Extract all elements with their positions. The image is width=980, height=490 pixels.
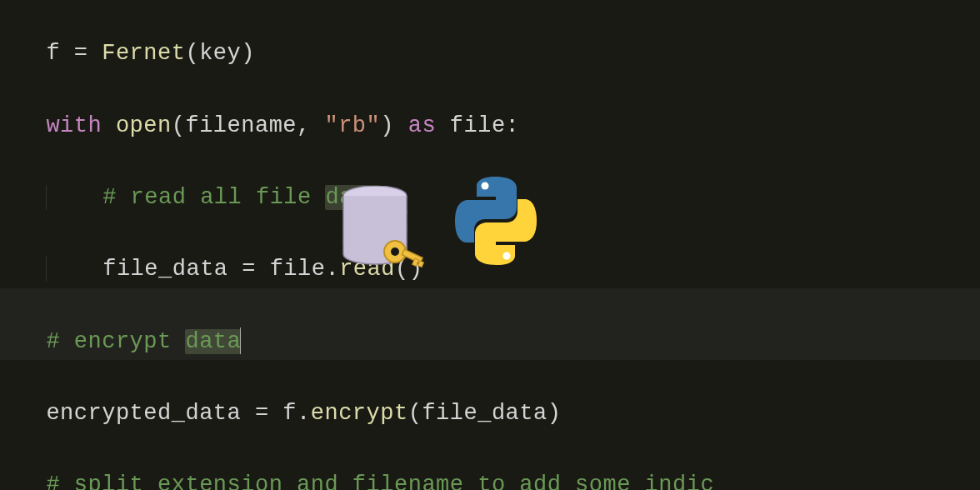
text-cursor [240,328,241,354]
var-filedata: file_data [102,257,228,282]
arg-filename: filename [185,113,297,138]
assign-op: = [228,257,270,282]
keyword-with: with [46,113,102,138]
var-file: file [450,113,506,138]
code-line-5-current[interactable]: # encrypt data [0,288,980,360]
svg-point-7 [503,252,511,260]
dot: . [325,257,339,282]
open-paren: ( [172,113,186,138]
fernet-call: Fernet [102,41,185,66]
indent [46,185,102,210]
code-line-6[interactable]: encrypted_data = f.encrypt(file_data) [18,360,980,432]
method-encrypt: encrypt [311,401,408,426]
space [102,113,116,138]
close-paren: ) [548,401,562,426]
comment-text: # split extension and filename to add so… [46,472,714,490]
comma: , [297,113,324,138]
code-line-1[interactable]: f = Fernet(key) [18,0,980,72]
comment-text: # read all file [102,185,325,210]
assign-op: = [60,41,102,66]
code-line-7[interactable]: # split extension and filename to add so… [18,432,980,490]
open-paren: ( [408,401,422,426]
space [436,113,450,138]
arg-key: key [199,41,241,66]
assign-op: = [241,401,282,426]
colon: : [506,113,520,138]
open-paren: ( [185,41,199,66]
obj-f: f [282,401,297,426]
key-icon [383,240,425,272]
indent [46,257,102,282]
svg-point-2 [391,248,399,256]
variable-f: f [46,41,60,66]
keyword-as: as [408,113,436,138]
string-rb: "rb" [324,113,380,138]
close-paren: ) [241,41,255,66]
dot: . [297,401,311,426]
obj-file: file [270,257,326,282]
svg-point-6 [482,182,489,190]
code-line-2[interactable]: with open(filename, "rb") as file: [18,72,980,143]
arg-filedata: file_data [422,401,547,426]
database-icon [342,186,408,265]
highlighted-data-word: data [185,329,241,354]
close-paren: ) [380,113,394,138]
icon-overlay-group [342,183,542,267]
var-encrypteddata: encrypted_data [46,401,241,426]
comment-text: # encrypt [46,329,185,354]
python-logo-icon [450,175,542,267]
open-call: open [116,113,172,138]
space [394,113,408,138]
